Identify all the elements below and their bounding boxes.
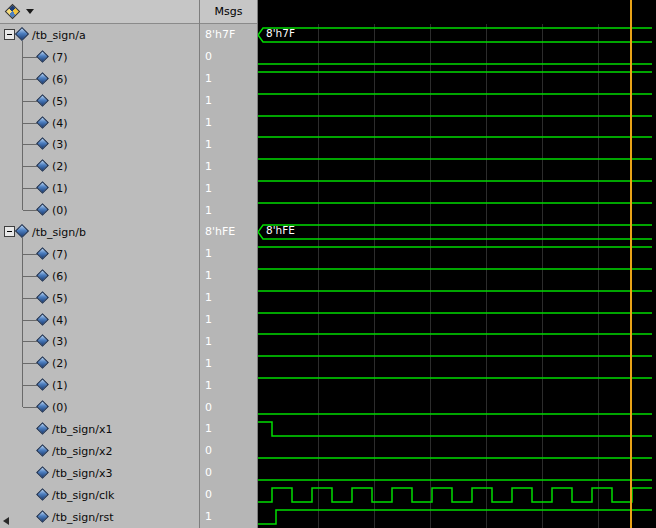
- signal-diamond-icon: [36, 356, 49, 369]
- signal-name-row[interactable]: (0): [0, 199, 199, 221]
- signal-diamond-icon: [36, 422, 49, 435]
- waveform-row[interactable]: [258, 133, 656, 155]
- signal-name-row[interactable]: (4): [0, 309, 199, 331]
- signal-name-row[interactable]: /tb_sign/a: [0, 24, 199, 46]
- waveform-row[interactable]: [258, 418, 656, 440]
- signal-value: 1: [200, 243, 257, 265]
- signal-name-label: (6): [52, 269, 68, 282]
- signal-value: 1: [200, 68, 257, 90]
- dropdown-caret-icon[interactable]: [26, 9, 34, 14]
- signal-value: 8'hFE: [200, 221, 257, 243]
- waveform-row[interactable]: [258, 243, 656, 265]
- signal-name-row[interactable]: (0): [0, 396, 199, 418]
- signal-diamond-icon: [15, 27, 29, 41]
- signal-name-label: /tb_sign/x1: [52, 422, 112, 435]
- values-panel: Msgs 8'h7F011111118'hFE1111111010001: [200, 0, 258, 528]
- signal-value: 1: [200, 330, 257, 352]
- tree-collapse-toggle[interactable]: [4, 226, 15, 237]
- waveform-row[interactable]: [258, 265, 656, 287]
- signal-diamond-icon: [36, 313, 49, 326]
- waveform-row[interactable]: [258, 112, 656, 134]
- signal-diamond-icon: [36, 510, 49, 523]
- waveform-row[interactable]: [258, 462, 656, 484]
- wave-format-icon[interactable]: [7, 6, 18, 17]
- signal-name-row[interactable]: /tb_sign/x1: [0, 418, 199, 440]
- scroll-left-arrow-icon[interactable]: [3, 517, 9, 525]
- signal-diamond-icon: [36, 94, 49, 107]
- signal-name-row[interactable]: /tb_sign/x2: [0, 440, 199, 462]
- signal-diamond-icon: [36, 181, 49, 194]
- signal-diamond-icon: [36, 335, 49, 348]
- signal-name-label: (3): [52, 138, 68, 151]
- signal-name-row[interactable]: /tb_sign/b: [0, 221, 199, 243]
- waveform-row[interactable]: [258, 396, 656, 418]
- signal-name-list: /tb_sign/a(7)(6)(5)(4)(3)(2)(1)(0)/tb_si…: [0, 24, 199, 528]
- signal-name-label: (0): [52, 204, 68, 217]
- names-panel-header: [0, 0, 199, 24]
- signal-name-row[interactable]: (5): [0, 287, 199, 309]
- signal-value: 1: [200, 112, 257, 134]
- waveform-row[interactable]: 8'hFE: [258, 221, 656, 243]
- waveform-row[interactable]: [258, 46, 656, 68]
- waveform-row[interactable]: [258, 440, 656, 462]
- signal-name-row[interactable]: (6): [0, 265, 199, 287]
- signal-name-row[interactable]: (7): [0, 243, 199, 265]
- waveform-row[interactable]: [258, 374, 656, 396]
- waveform-row[interactable]: [258, 309, 656, 331]
- signal-value: 1: [200, 374, 257, 396]
- signal-name-row[interactable]: (3): [0, 133, 199, 155]
- signal-name-label: (5): [52, 291, 68, 304]
- signal-name-label: (4): [52, 313, 68, 326]
- signal-diamond-icon: [36, 159, 49, 172]
- signal-name-label: (7): [52, 50, 68, 63]
- signal-diamond-icon: [36, 400, 49, 413]
- signal-value-list: 8'h7F011111118'hFE1111111010001: [200, 24, 257, 528]
- msgs-header-label: Msgs: [215, 5, 243, 18]
- signal-name-row[interactable]: (4): [0, 112, 199, 134]
- signal-value: 8'h7F: [200, 24, 257, 46]
- waveform-row[interactable]: [258, 155, 656, 177]
- signal-value: 0: [200, 440, 257, 462]
- signal-name-row[interactable]: (5): [0, 90, 199, 112]
- waveform-row[interactable]: [258, 90, 656, 112]
- waveform-row[interactable]: [258, 199, 656, 221]
- svg-text:8'hFE: 8'hFE: [266, 224, 295, 236]
- signal-name-row[interactable]: (6): [0, 68, 199, 90]
- signal-value: 1: [200, 90, 257, 112]
- signal-diamond-icon: [36, 269, 49, 282]
- signal-name-row[interactable]: (2): [0, 352, 199, 374]
- minus-icon: [7, 34, 12, 35]
- signal-diamond-icon: [36, 444, 49, 457]
- signal-value: 1: [200, 506, 257, 528]
- waveform-row[interactable]: [258, 352, 656, 374]
- waveform-row[interactable]: [258, 68, 656, 90]
- signal-value: 0: [200, 462, 257, 484]
- signal-name-row[interactable]: (7): [0, 46, 199, 68]
- waveform-row[interactable]: 8'h7F: [258, 24, 656, 46]
- signal-name-row[interactable]: (1): [0, 177, 199, 199]
- signal-name-row[interactable]: /tb_sign/x3: [0, 462, 199, 484]
- waveform-row[interactable]: [258, 177, 656, 199]
- signal-diamond-icon: [36, 247, 49, 260]
- signal-name-label: (0): [52, 401, 68, 414]
- waveform-row[interactable]: [258, 484, 656, 506]
- signal-name-row[interactable]: (1): [0, 374, 199, 396]
- signal-name-row[interactable]: (3): [0, 330, 199, 352]
- signal-name-row[interactable]: /tb_sign/rst: [0, 506, 199, 528]
- signal-value: 0: [200, 46, 257, 68]
- tree-collapse-toggle[interactable]: [4, 29, 15, 40]
- signal-value: 1: [200, 133, 257, 155]
- signal-value: 1: [200, 352, 257, 374]
- time-cursor[interactable]: [630, 0, 632, 528]
- signal-value: 1: [200, 199, 257, 221]
- waveform-row[interactable]: [258, 506, 656, 528]
- signal-name-label: /tb_sign/b: [32, 225, 86, 238]
- signal-name-row[interactable]: /tb_sign/clk: [0, 484, 199, 506]
- waveform-panel[interactable]: 8'h7F8'hFE: [258, 0, 656, 528]
- signal-name-row[interactable]: (2): [0, 155, 199, 177]
- signal-value: 1: [200, 309, 257, 331]
- waveform-row[interactable]: [258, 330, 656, 352]
- signal-name-label: (1): [52, 182, 68, 195]
- signal-value: 1: [200, 265, 257, 287]
- waveform-row[interactable]: [258, 287, 656, 309]
